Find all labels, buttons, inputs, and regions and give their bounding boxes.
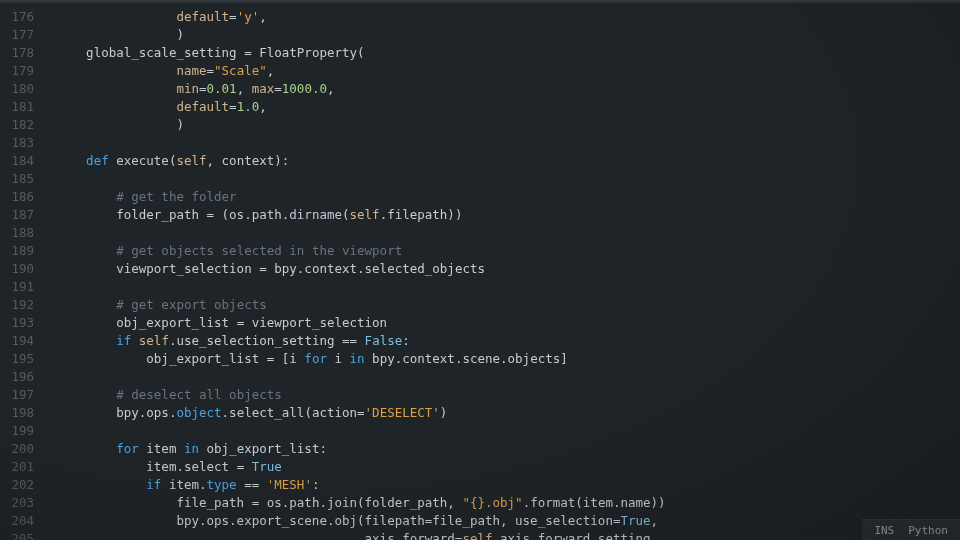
- line-number: 177: [4, 26, 34, 44]
- line-number: 203: [4, 494, 34, 512]
- token-ident: [259, 477, 267, 492]
- token-op: ,: [259, 99, 267, 114]
- status-bar: INS Python: [862, 519, 960, 540]
- token-ident: [56, 81, 176, 96]
- token-ident: [56, 297, 116, 312]
- code-editor[interactable]: 1761771781791801811821831841851861871881…: [0, 0, 960, 540]
- token-op: ==: [244, 477, 259, 492]
- code-line[interactable]: [56, 422, 960, 440]
- code-line[interactable]: [56, 278, 960, 296]
- code-line[interactable]: for item in obj_export_list:: [56, 440, 960, 458]
- code-line[interactable]: # get objects selected in the viewport: [56, 242, 960, 260]
- token-str: 'DESELECT': [365, 405, 440, 420]
- code-line[interactable]: [56, 368, 960, 386]
- token-ident: axis_forward=: [56, 531, 462, 540]
- code-line[interactable]: ): [56, 26, 960, 44]
- code-line[interactable]: global_scale_setting = FloatProperty(: [56, 44, 960, 62]
- code-line[interactable]: [56, 170, 960, 188]
- code-line[interactable]: item.select = True: [56, 458, 960, 476]
- token-self: self: [462, 531, 492, 540]
- token-ident: , context):: [207, 153, 290, 168]
- token-ident: (folder_path,: [357, 495, 462, 510]
- token-ident: FloatProperty(: [252, 45, 365, 60]
- line-number: 183: [4, 134, 34, 152]
- code-line[interactable]: [56, 134, 960, 152]
- line-number: 187: [4, 206, 34, 224]
- code-line[interactable]: bpy.ops.object.select_all(action='DESELE…: [56, 404, 960, 422]
- line-number: 189: [4, 242, 34, 260]
- token-ident: item: [139, 441, 184, 456]
- token-ident: os.path.: [259, 495, 327, 510]
- token-ident: bpy.context.scene.objects]: [365, 351, 568, 366]
- line-number: 178: [4, 44, 34, 62]
- code-line[interactable]: # get export objects: [56, 296, 960, 314]
- token-ident: [56, 441, 116, 456]
- status-eol: INS: [874, 524, 894, 537]
- code-line[interactable]: viewport_selection = bpy.context.selecte…: [56, 260, 960, 278]
- token-kw: in: [350, 351, 365, 366]
- token-ident: [56, 9, 176, 24]
- token-kw: in: [184, 441, 199, 456]
- line-number: 199: [4, 422, 34, 440]
- line-number: 191: [4, 278, 34, 296]
- code-line[interactable]: min=0.01, max=1000.0,: [56, 80, 960, 98]
- code-line[interactable]: axis_forward=self.axis_forward_setting,: [56, 530, 960, 540]
- token-ident: bpy.ops.: [56, 405, 176, 420]
- token-fn: select_all: [229, 405, 304, 420]
- line-number: 194: [4, 332, 34, 350]
- code-line[interactable]: default=1.0,: [56, 98, 960, 116]
- token-ident: .filepath)): [380, 207, 463, 222]
- token-ident: .use_selection_setting: [169, 333, 342, 348]
- token-param: name: [176, 63, 206, 78]
- code-line[interactable]: folder_path = (os.path.dirname(self.file…: [56, 206, 960, 224]
- line-number: 205: [4, 530, 34, 540]
- code-line[interactable]: obj_export_list = viewport_selection: [56, 314, 960, 332]
- code-area[interactable]: default='y', ) global_scale_setting = Fl…: [42, 0, 960, 540]
- token-ident: [56, 63, 176, 78]
- line-number: 201: [4, 458, 34, 476]
- token-ident: folder_path: [56, 207, 207, 222]
- token-op: ): [440, 405, 448, 420]
- token-ident: [131, 333, 139, 348]
- token-op: =: [244, 45, 252, 60]
- token-op: ,: [237, 81, 252, 96]
- code-line[interactable]: # get the folder: [56, 188, 960, 206]
- token-ident: [56, 117, 176, 132]
- line-number: 202: [4, 476, 34, 494]
- line-number: 198: [4, 404, 34, 422]
- line-number: 195: [4, 350, 34, 368]
- token-ident: [56, 333, 116, 348]
- code-line[interactable]: def execute(self, context):: [56, 152, 960, 170]
- token-ident: global_scale_setting: [56, 45, 244, 60]
- token-kw: for: [304, 351, 327, 366]
- code-line[interactable]: obj_export_list = [i for i in bpy.contex…: [56, 350, 960, 368]
- token-param: max: [252, 81, 275, 96]
- token-op: :: [312, 477, 320, 492]
- code-line[interactable]: name="Scale",: [56, 62, 960, 80]
- token-param: default: [176, 99, 229, 114]
- code-line[interactable]: if item.type == 'MESH':: [56, 476, 960, 494]
- token-ident: obj_export_list:: [199, 441, 327, 456]
- code-line[interactable]: file_path = os.path.join(folder_path, "{…: [56, 494, 960, 512]
- line-number: 180: [4, 80, 34, 98]
- code-line[interactable]: ): [56, 116, 960, 134]
- code-line[interactable]: [56, 224, 960, 242]
- token-kw: type: [207, 477, 237, 492]
- code-line[interactable]: bpy.ops.export_scene.obj(filepath=file_p…: [56, 512, 960, 530]
- code-line[interactable]: # deselect all objects: [56, 386, 960, 404]
- token-const: True: [620, 513, 650, 528]
- token-str: 'y': [237, 9, 260, 24]
- token-ident: [244, 459, 252, 474]
- token-ident: file_path: [56, 495, 252, 510]
- code-line[interactable]: if self.use_selection_setting == False:: [56, 332, 960, 350]
- line-number: 186: [4, 188, 34, 206]
- line-number: 204: [4, 512, 34, 530]
- token-ident: [i: [274, 351, 304, 366]
- line-number: 179: [4, 62, 34, 80]
- token-ident: [357, 333, 365, 348]
- token-num: 1.0: [237, 99, 260, 114]
- token-op: =: [274, 81, 282, 96]
- token-ident: [56, 387, 116, 402]
- token-ident: .axis_forward_setting,: [493, 531, 659, 540]
- code-line[interactable]: default='y',: [56, 8, 960, 26]
